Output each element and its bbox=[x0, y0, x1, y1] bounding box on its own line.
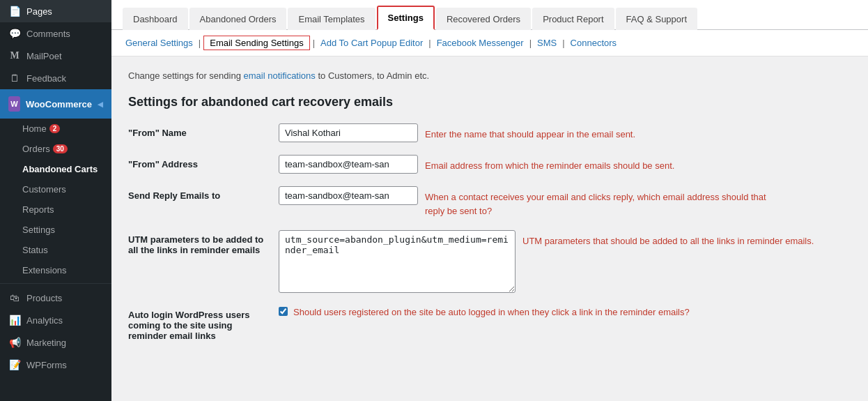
products-icon: 🛍 bbox=[8, 292, 21, 303]
utm-parameters-control-group: utm_source=abandon_plugin&utm_medium=rem… bbox=[279, 230, 851, 293]
from-name-label: "From" Name bbox=[128, 123, 268, 138]
auto-login-label: Auto login WordPress users coming to the… bbox=[128, 305, 268, 341]
sidebar-subitem-extensions[interactable]: Extensions bbox=[0, 260, 111, 280]
customers-label: Customers bbox=[22, 184, 66, 195]
sidebar-subitem-orders[interactable]: Orders 30 bbox=[0, 139, 111, 159]
sidebar-subitem-customers[interactable]: Customers bbox=[0, 179, 111, 199]
extensions-label: Extensions bbox=[22, 265, 67, 275]
sidebar: 📄 Pages 💬 Comments M MailPoet 🗒 Feedback… bbox=[0, 0, 111, 401]
subnav-connectors[interactable]: Connectors bbox=[568, 36, 619, 50]
tab-settings[interactable]: Settings bbox=[377, 6, 435, 30]
auto-login-row: Auto login WordPress users coming to the… bbox=[128, 305, 851, 341]
from-name-control-group: Enter the name that should appear in the… bbox=[279, 123, 851, 142]
products-label: Products bbox=[26, 293, 62, 303]
auto-login-checkbox[interactable] bbox=[279, 307, 288, 316]
sidebar-item-label: Pages bbox=[26, 6, 52, 17]
sidebar-item-products[interactable]: 🛍 Products bbox=[0, 287, 111, 309]
analytics-icon: 📊 bbox=[8, 315, 21, 326]
utm-parameters-label: UTM parameters to be added to all the li… bbox=[128, 230, 268, 255]
utm-parameters-help: UTM parameters that should be added to a… bbox=[522, 230, 851, 248]
abandoned-carts-label: Abandoned Carts bbox=[22, 164, 98, 174]
sidebar-item-comments[interactable]: 💬 Comments bbox=[0, 22, 111, 45]
sidebar-item-woocommerce[interactable]: W WooCommerce ◀ bbox=[0, 89, 111, 119]
from-address-label: "From" Address bbox=[128, 155, 268, 169]
utm-parameters-row: UTM parameters to be added to all the li… bbox=[128, 230, 851, 293]
sidebar-subitem-home[interactable]: Home 2 bbox=[0, 119, 111, 139]
tab-abandoned-orders[interactable]: Abandoned Orders bbox=[189, 8, 287, 30]
pages-icon: 📄 bbox=[8, 6, 21, 17]
sidebar-item-marketing[interactable]: 📢 Marketing bbox=[0, 331, 111, 354]
from-address-help: Email address from which the reminder em… bbox=[425, 155, 773, 173]
marketing-icon: 📢 bbox=[8, 337, 21, 348]
content-description: Change settings for sending email notifi… bbox=[128, 70, 851, 81]
auto-login-control-group: Should users registered on the site be a… bbox=[279, 305, 851, 319]
home-label: Home bbox=[22, 123, 47, 134]
sidebar-subitem-reports[interactable]: Reports bbox=[0, 199, 111, 220]
from-name-input[interactable] bbox=[279, 123, 418, 142]
home-badge: 2 bbox=[49, 124, 61, 133]
settings-label: Settings bbox=[22, 225, 55, 235]
subnav-sep-2: | bbox=[313, 38, 315, 48]
sidebar-item-pages[interactable]: 📄 Pages bbox=[0, 0, 111, 22]
sidebar-divider bbox=[0, 283, 111, 284]
settings-content: Change settings for sending email notifi… bbox=[111, 56, 868, 401]
tab-recovered-orders[interactable]: Recovered Orders bbox=[436, 8, 531, 30]
subnav-sep-1: | bbox=[199, 38, 201, 48]
reply-emails-input[interactable] bbox=[279, 186, 418, 205]
subnav-general-settings[interactable]: General Settings bbox=[123, 36, 196, 50]
from-name-row: "From" Name Enter the name that should a… bbox=[128, 123, 851, 142]
tab-email-templates[interactable]: Email Templates bbox=[288, 8, 375, 30]
email-notifications-link[interactable]: email notifications bbox=[244, 70, 316, 81]
subnav-email-sending-settings[interactable]: Email Sending Settings bbox=[203, 36, 309, 50]
subnav-facebook-messenger[interactable]: Facebook Messenger bbox=[434, 36, 527, 50]
analytics-label: Analytics bbox=[26, 315, 63, 326]
from-name-help: Enter the name that should appear in the… bbox=[425, 123, 773, 142]
from-address-row: "From" Address Email address from which … bbox=[128, 155, 851, 174]
wpforms-label: WPForms bbox=[26, 360, 67, 370]
section-title: Settings for abandoned cart recovery ema… bbox=[128, 95, 851, 109]
orders-label: Orders bbox=[22, 144, 50, 154]
feedback-icon: 🗒 bbox=[8, 73, 21, 84]
status-label: Status bbox=[22, 245, 48, 255]
wpforms-icon: 📝 bbox=[8, 359, 21, 370]
chevron-left-icon: ◀ bbox=[98, 100, 103, 108]
subnav-sms[interactable]: SMS bbox=[534, 36, 559, 50]
mailpoet-icon: M bbox=[8, 50, 21, 61]
tab-dashboard[interactable]: Dashboard bbox=[123, 8, 188, 30]
tab-faq-support[interactable]: FAQ & Support bbox=[616, 8, 697, 30]
subnav-sep-3: | bbox=[428, 38, 431, 48]
reply-emails-row: Send Reply Emails to When a contact rece… bbox=[128, 186, 851, 218]
subnav-sep-5: | bbox=[562, 38, 564, 48]
comments-icon: 💬 bbox=[8, 28, 21, 39]
reply-emails-control-group: When a contact receives your email and c… bbox=[279, 186, 851, 218]
utm-parameters-textarea[interactable]: utm_source=abandon_plugin&utm_medium=rem… bbox=[279, 230, 516, 293]
sidebar-item-label: MailPoet bbox=[26, 51, 62, 61]
sidebar-item-feedback[interactable]: 🗒 Feedback bbox=[0, 67, 111, 89]
from-address-control-group: Email address from which the reminder em… bbox=[279, 155, 851, 174]
from-address-input[interactable] bbox=[279, 155, 418, 174]
subnav-sep-4: | bbox=[529, 38, 532, 48]
sidebar-subitem-abandoned-carts[interactable]: Abandoned Carts bbox=[0, 159, 111, 179]
sidebar-item-label: Comments bbox=[26, 29, 70, 39]
tab-product-report[interactable]: Product Report bbox=[532, 8, 614, 30]
main-content: Dashboard Abandoned Orders Email Templat… bbox=[111, 0, 868, 401]
sidebar-subitem-status[interactable]: Status bbox=[0, 240, 111, 260]
sub-nav: General Settings | Email Sending Setting… bbox=[111, 30, 868, 56]
reports-label: Reports bbox=[22, 204, 54, 215]
auto-login-help: Should users registered on the site be a… bbox=[293, 305, 690, 319]
reply-emails-help: When a contact receives your email and c… bbox=[425, 186, 773, 218]
auto-login-checkbox-row: Should users registered on the site be a… bbox=[279, 305, 851, 319]
marketing-label: Marketing bbox=[26, 338, 66, 348]
sidebar-subitem-settings[interactable]: Settings bbox=[0, 220, 111, 240]
tabs-bar: Dashboard Abandoned Orders Email Templat… bbox=[111, 0, 868, 30]
sidebar-item-mailpoet[interactable]: M MailPoet bbox=[0, 45, 111, 67]
sidebar-item-analytics[interactable]: 📊 Analytics bbox=[0, 309, 111, 331]
orders-badge: 30 bbox=[53, 144, 68, 153]
subnav-add-to-cart[interactable]: Add To Cart Popup Editor bbox=[318, 36, 426, 50]
sidebar-item-label: Feedback bbox=[26, 73, 66, 84]
woocommerce-label: WooCommerce bbox=[26, 99, 92, 109]
woocommerce-icon: W bbox=[8, 96, 20, 112]
sidebar-item-wpforms[interactable]: 📝 WPForms bbox=[0, 354, 111, 376]
reply-emails-label: Send Reply Emails to bbox=[128, 186, 268, 201]
